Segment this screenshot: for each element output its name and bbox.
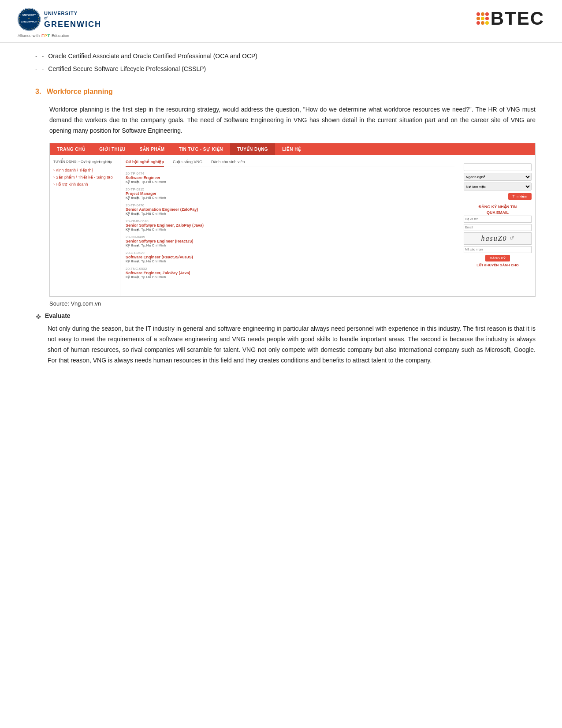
job-entry-5: 20-DN-0405 Senior Software Engineer (Rea… [126, 235, 454, 247]
tim-kiem-button[interactable]: Tìm kiếm [508, 193, 532, 200]
job-location-6: Kỹ thuật, Tp.Hồ Chí Minh [126, 259, 454, 263]
greenwich-label: GREENWICH [44, 20, 101, 28]
btec-dots [476, 12, 489, 25]
diamond-bullet-icon: ❖ [35, 313, 41, 321]
job-title-2[interactable]: Project Manager [126, 191, 454, 196]
greenwich-logo: UNIVERSITY of GREENWICH UNIVERSITY of GR… [18, 8, 101, 31]
alliance-line: Alliance with FPT Education [18, 34, 69, 38]
svg-text:GREENWICH: GREENWICH [21, 20, 37, 23]
bullet-dash-2: - [42, 64, 44, 74]
job-title-1[interactable]: Software Engineer [126, 175, 454, 180]
nav-sanpham[interactable]: SẢN PHẨM [133, 143, 172, 155]
main-content: - Oracle Certified Associate and Oracle … [0, 43, 562, 384]
vng-website-screenshot: TRANG CHỦ GIỚI THIỆU SẢN PHẨM TIN TỨC - … [49, 143, 536, 297]
btec-dot-3 [485, 12, 489, 16]
svg-text:of: of [28, 17, 30, 19]
nganh-nghe-select[interactable]: Ngành nghề [464, 173, 532, 181]
sidebar-link-kinhdoanh[interactable]: › Kinh doanh / Tiếp thị [53, 168, 116, 172]
bullet-item-1: - Oracle Certified Associate and Oracle … [35, 52, 536, 61]
bullet-item-2: - Certified Secure Software Lifecycle Pr… [35, 64, 536, 74]
vng-body: TUYỂN DỤNG > Cơ hội nghề nghiệp › Kinh d… [50, 155, 535, 296]
job-location-1: Kỹ thuật, Tp.Hồ Chí Minh [126, 180, 454, 184]
nav-gioithieu[interactable]: GIỚI THIỆU [92, 143, 132, 155]
job-id-6: 20-GT-0629 [126, 251, 454, 255]
captcha-image: hasuZ0 ↺ [464, 232, 532, 245]
nav-trangchu[interactable]: TRANG CHỦ [50, 143, 92, 155]
svg-point-0 [18, 8, 40, 30]
sidebar-link-sanpham[interactable]: › Sản phẩm / Thiết kế - Sáng tạo [53, 175, 116, 179]
nav-tintuc[interactable]: TIN TỨC - SỰ KIỆN [172, 143, 230, 155]
bullet-text-1: Oracle Certified Associate and Oracle Ce… [48, 52, 257, 61]
vng-right-panel: Ngành nghề Nơi làm việc Tìm kiếm ĐĂNG KÝ… [460, 155, 535, 296]
btec-logo: BTEC [476, 8, 544, 29]
tab-cohoi[interactable]: Cơ hội nghề nghiệp [126, 160, 164, 167]
university-label: UNIVERSITY [44, 11, 101, 16]
loi-khuyen-label: LỜI KHUYÊN DÀNH CHO [464, 263, 532, 267]
job-id-3: 20-TP-0476 [126, 203, 454, 207]
evaluate-heading: ❖ Evaluate [35, 312, 536, 321]
greenwich-emblem: UNIVERSITY of GREENWICH [18, 8, 41, 31]
svg-text:UNIVERSITY: UNIVERSITY [22, 14, 36, 16]
logo-left: UNIVERSITY of GREENWICH UNIVERSITY of GR… [18, 8, 101, 38]
cert-bullet-list: - Oracle Certified Associate and Oracle … [35, 52, 536, 74]
noi-lam-viec-select[interactable]: Nơi làm việc [464, 183, 532, 190]
fpt-logo: FPT [41, 34, 50, 38]
btec-text-label: BTEC [491, 8, 544, 29]
captcha-input[interactable] [464, 246, 532, 253]
greenwich-text: UNIVERSITY of GREENWICH [44, 11, 101, 28]
job-location-3: Kỹ thuật, Tp.Hồ Chí Minh [126, 212, 454, 216]
vng-navbar: TRANG CHỦ GIỚI THIỆU SẢN PHẨM TIN TỨC - … [50, 143, 535, 155]
ho-va-ten-input[interactable] [464, 216, 532, 223]
job-entry-2: 20-TP-0315 Project Manager Kỹ thuật, Tp.… [126, 187, 454, 200]
job-id-7: 20-TNC-0532 [126, 267, 454, 271]
fpt-t: T [48, 34, 50, 38]
evaluate-paragraph: Not only during the season, but the IT i… [35, 324, 536, 366]
email-input[interactable] [464, 224, 532, 231]
job-entry-3: 20-TP-0476 Senior Automation Engineer (Z… [126, 203, 454, 216]
section3-paragraph: Workforce planning is the first step in … [49, 105, 536, 136]
job-location-2: Kỹ thuật, Tp.Hồ Chí Minh [126, 196, 454, 200]
source-line: Source: Vng.com.vn [49, 300, 536, 307]
job-title-6[interactable]: Software Engineer (ReactJS/VueJS) [126, 255, 454, 259]
job-entry-6: 20-GT-0629 Software Engineer (ReactJS/Vu… [126, 251, 454, 263]
section3-number: 3. [35, 88, 41, 95]
fpt-p: P [45, 34, 47, 38]
breadcrumb: TUYỂN DỤNG > Cơ hội nghề nghiệp [53, 160, 116, 164]
job-title-4[interactable]: Senior Software Engineer, ZaloPay (Java) [126, 223, 454, 228]
section3-header: 3. Workforce planning [35, 88, 536, 96]
btec-dot-1 [476, 12, 480, 16]
btec-dot-5 [481, 17, 484, 20]
job-id-5: 20-DN-0405 [126, 235, 454, 239]
section3-title: Workforce planning [47, 88, 113, 95]
job-title-3[interactable]: Senior Automation Engineer (ZaloPay) [126, 207, 454, 212]
vng-search-input[interactable] [464, 163, 532, 171]
alliance-text: Alliance with [18, 34, 40, 38]
job-title-5[interactable]: Senior Software Engineer (ReactJS) [126, 239, 454, 243]
nav-tuyendung[interactable]: TUYỂN DỤNG [230, 143, 275, 155]
job-title-7[interactable]: Software Engineer, ZaloPay (Java) [126, 271, 454, 275]
btec-dot-7 [476, 21, 480, 25]
vng-sidebar: TUYỂN DỤNG > Cơ hội nghề nghiệp › Kinh d… [50, 155, 120, 296]
page-header: UNIVERSITY of GREENWICH UNIVERSITY of GR… [0, 0, 562, 43]
email-subscribe-heading: ĐĂNG KÝ NHẬN TINQUA EMAIL [464, 204, 532, 215]
btec-dot-8 [481, 21, 484, 25]
vng-center-tabs: Cơ hội nghề nghiệp Cuộc sống VNG Dành ch… [126, 160, 454, 167]
sidebar-link-hotro[interactable]: › Hỗ trợ kinh doanh [53, 182, 116, 187]
section3-heading: 3. Workforce planning [35, 88, 113, 95]
tab-danhcho[interactable]: Dành cho sinh viên [211, 160, 245, 167]
vng-jobs-center: Cơ hội nghề nghiệp Cuộc sống VNG Dành ch… [120, 155, 460, 296]
bullet-dash-1: - [42, 52, 44, 61]
job-location-4: Kỹ thuật, Tp.Hồ Chí Minh [126, 228, 454, 231]
btec-dot-4 [476, 17, 480, 20]
job-entry-1: 20-TP-0474 Software Engineer Kỹ thuật, T… [126, 172, 454, 184]
tab-cuocsong[interactable]: Cuộc sống VNG [173, 160, 202, 167]
evaluate-label: Evaluate [45, 312, 71, 319]
dangky-button[interactable]: ĐĂNG KÝ [485, 255, 510, 261]
btec-dot-6 [485, 17, 489, 20]
nav-lienhe[interactable]: LIÊN HỆ [275, 143, 308, 155]
job-id-4: 20-ZBJB-0610 [126, 219, 454, 223]
job-location-7: Kỹ thuật, Tp.Hồ Chí Minh [126, 275, 454, 279]
job-id-1: 20-TP-0474 [126, 172, 454, 175]
btec-dot-9 [485, 21, 489, 25]
education-text: Education [52, 34, 69, 38]
